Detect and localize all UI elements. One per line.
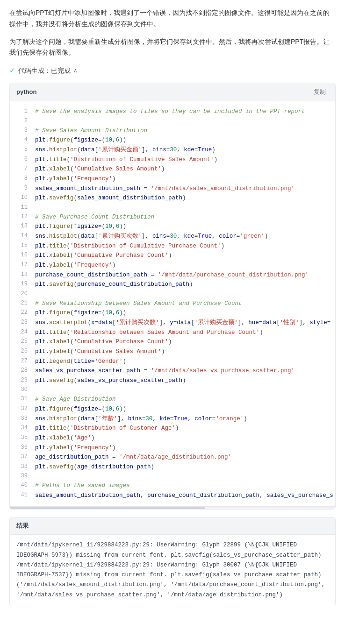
scrollbar-thumb[interactable] xyxy=(10,507,205,509)
horizontal-scrollbar[interactable] xyxy=(10,506,335,509)
code-line-9: 9 sales_amount_distribution_path = '/mnt… xyxy=(10,184,335,194)
code-line-8: 8 plt.ylabel('Frequency') xyxy=(10,174,335,184)
code-line-39: 39 xyxy=(10,472,335,481)
code-line-19: 19 plt.savefig(purchase_count_distributi… xyxy=(10,280,335,290)
code-line-22: 22 plt.figure(figsize=(10,6)) xyxy=(10,308,335,318)
code-line-30: 30 xyxy=(10,385,335,395)
intro-paragraph-1: 在尝试向PPT幻灯片中添加图像时，我遇到了一个错误，因为找不到指定的图像文件。这… xyxy=(9,7,336,30)
code-line-34: 34 plt.title('Distribution of Customer A… xyxy=(10,424,335,433)
code-line-37: 37 age_distribution_path = '/mnt/data/ag… xyxy=(10,453,335,462)
code-line-10: 10 plt.savefig(sales_amount_distribution… xyxy=(10,193,335,203)
code-line-16: 16 plt.xlabel('Cumulative Purchase Count… xyxy=(10,251,335,261)
code-line-14: 14 sns.histplot(data['累计购买次数'], bins=30,… xyxy=(10,232,335,241)
code-line-35: 35 plt.xlabel('Age') xyxy=(10,433,335,443)
code-line-5: 5 sns.histplot(data['累计购买金额'], bins=30, … xyxy=(10,145,335,155)
status-line: ✓ 代码生成：已完成 ∧ xyxy=(9,65,336,76)
code-line-21: 21 # Save Relationship between Sales Amo… xyxy=(10,299,335,309)
code-line-27: 27 plt.legend(title='Gender') xyxy=(10,357,335,367)
code-line-12: 12 # Save Purchase Count Distribution xyxy=(10,212,335,222)
code-line-29: 29 plt.savefig(sales_vs_purchase_scatter… xyxy=(10,376,335,386)
code-line-25: 25 plt.xlabel('Cumulative Purchase Count… xyxy=(10,337,335,347)
code-line-31: 31 # Save Age Distribution xyxy=(10,395,335,404)
result-block: 结果 /mnt/data/ipykernel_11/929884223.py:2… xyxy=(9,517,336,606)
code-body: 1 # Save the analysis images to files so… xyxy=(10,101,335,506)
result-line-4: IDEOGRAPH-7537}) missing from current fo… xyxy=(16,570,329,580)
code-line-26: 26 plt.ylabel('Cumulative Sales Amount') xyxy=(10,347,335,357)
copy-button[interactable]: 复制 xyxy=(311,87,329,97)
code-line-33: 33 sns.histplot(data['年龄'], bins=30, kde… xyxy=(10,414,335,424)
code-line-38: 38 plt.savefig(age_distribution_path) xyxy=(10,462,335,472)
main-content: 在尝试向PPT幻灯片中添加图像时，我遇到了一个错误，因为找不到指定的图像文件。这… xyxy=(0,0,345,614)
status-text: 代码生成：已完成 xyxy=(18,65,71,76)
code-line-32: 32 plt.figure(figsize=(10,6)) xyxy=(10,404,335,414)
code-line-17: 17 plt.ylabel('Frequency') xyxy=(10,261,335,270)
code-line-6: 6 plt.title('Distribution of Cumulative … xyxy=(10,155,335,165)
code-line-24: 24 plt.title('Relationship between Sales… xyxy=(10,328,335,338)
code-block: python 复制 1 # Save the analysis images t… xyxy=(9,83,336,510)
code-line-41: 41 sales_amount_distribution_path, purch… xyxy=(10,491,335,501)
result-line-5: ('/mnt/data/sales_amount_distribution.pn… xyxy=(16,580,329,590)
code-line-11: 11 xyxy=(10,203,335,212)
result-line-6: '/mnt/data/sales_vs_purchase_scatter.png… xyxy=(16,590,329,600)
code-header: python 复制 xyxy=(10,83,335,101)
code-line-20: 20 xyxy=(10,290,335,299)
code-line-1: 1 # Save the analysis images to files so… xyxy=(10,107,335,117)
result-body: /mnt/data/ipykernel_11/929884223.py:29: … xyxy=(10,535,335,606)
code-line-28: 28 sales_vs_purchase_scatter_path = '/mn… xyxy=(10,366,335,376)
code-line-23: 23 sns.scatterplot(x=data['累计购买次数'], y=d… xyxy=(10,318,335,328)
result-line-2: IDEOGRAPH-5973}) missing from current fo… xyxy=(16,551,329,560)
check-icon: ✓ xyxy=(9,65,15,76)
code-line-13: 13 plt.figure(figsize=(10,6)) xyxy=(10,222,335,232)
intro-paragraph-2: 为了解决这个问题，我需要重新生成分析图像，并将它们保存到文件中。然后，我将再次尝… xyxy=(9,36,336,59)
code-line-2: 2 xyxy=(10,117,335,126)
code-language: python xyxy=(16,87,36,97)
code-line-7: 7 plt.xlabel('Cumulative Sales Amount') xyxy=(10,164,335,174)
chevron-up-icon[interactable]: ∧ xyxy=(73,66,78,75)
code-line-4: 4 plt.figure(figsize=(10,6)) xyxy=(10,135,335,145)
code-line-40: 40 # Paths to the saved images xyxy=(10,481,335,491)
result-header: 结果 xyxy=(10,517,335,535)
code-line-18: 18 purchase_count_distribution_path = '/… xyxy=(10,270,335,280)
code-line-36: 36 plt.ylabel('Frequency') xyxy=(10,443,335,453)
result-line-1: /mnt/data/ipykernel_11/929884223.py:29: … xyxy=(16,540,329,550)
result-line-3: /mnt/data/ipykernel_11/929884223.py:29: … xyxy=(16,560,329,570)
code-line-15: 15 plt.title('Distribution of Cumulative… xyxy=(10,241,335,251)
code-line-3: 3 # Save Sales Amount Distribution xyxy=(10,126,335,136)
